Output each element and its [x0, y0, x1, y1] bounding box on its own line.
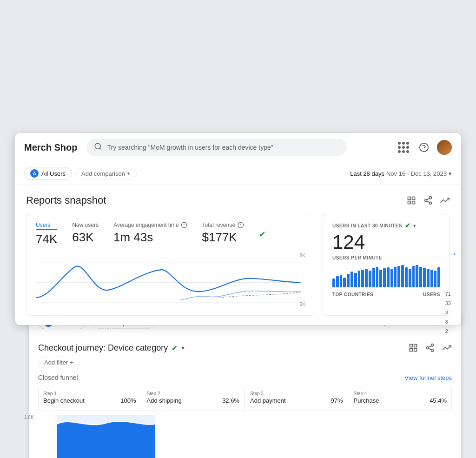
country-numbers-list: 71 33 3 3 2 — [445, 291, 451, 334]
customize-icon[interactable] — [406, 195, 416, 206]
funnel-step-2: Step 2 Add shipping 32.6% — [142, 387, 245, 411]
metric-users: Users 74K — [36, 222, 57, 246]
chart-svg — [36, 252, 305, 308]
search-bar[interactable]: Try searching "MoM growth in users for e… — [86, 139, 347, 156]
realtime-card: USERS IN LAST 30 MINUTES ✔ ▾ 124 USERS P… — [323, 214, 450, 316]
y-label-top: 1.6K — [24, 415, 34, 420]
metric-engagement: Average engagement time 1m 43s — [113, 222, 187, 246]
svg-line-10 — [100, 148, 101, 149]
funnel-bars-area — [57, 415, 452, 458]
date-range[interactable]: Last 28 days Nov 16 - Dec 13, 2023 ▾ — [350, 170, 452, 177]
mini-bar — [365, 269, 368, 287]
mini-bar — [347, 274, 350, 287]
grid-icon[interactable] — [396, 140, 411, 155]
mini-bar — [430, 270, 433, 287]
top-countries-row: TOP COUNTRIES USERS — [332, 292, 440, 297]
chevron-down-icon: ▾ — [449, 170, 452, 177]
mini-bar — [358, 271, 361, 287]
country-num-1: 71 — [445, 291, 451, 297]
filter-bar: A All Users Add comparison + Last 28 day… — [15, 162, 461, 185]
search-icon — [94, 142, 102, 153]
mini-bar — [405, 267, 408, 287]
checkout-title-text: Checkout journey: Device category — [38, 343, 168, 353]
checkout-actions — [408, 343, 452, 353]
mini-bar — [434, 271, 436, 287]
avatar[interactable] — [437, 140, 452, 155]
mini-bar — [369, 271, 371, 287]
mini-bar — [336, 276, 339, 287]
mini-bar — [332, 279, 335, 287]
mini-bar — [427, 269, 430, 287]
country-num-4: 3 — [445, 319, 451, 325]
svg-rect-3 — [414, 349, 417, 352]
all-users-chip[interactable]: A All Users — [24, 167, 72, 180]
mini-bar — [390, 269, 393, 287]
step-1-pct: 100% — [120, 397, 136, 404]
metric-new-users: New users 63K — [72, 222, 99, 246]
header-actions — [396, 140, 452, 155]
bar-chart-mini — [332, 264, 440, 287]
add-comparison-btn[interactable]: Add comparison + — [75, 168, 137, 179]
mini-bar — [340, 275, 343, 287]
realtime-check-icon: ✔ — [405, 222, 411, 229]
step-2-name: Add shipping — [147, 397, 182, 404]
chevron-down-icon-checkout[interactable]: ▾ — [181, 344, 185, 352]
section-actions — [406, 195, 450, 206]
svg-line-8 — [429, 345, 431, 347]
trend-icon-checkout[interactable] — [442, 343, 452, 353]
step-3-pct: 97% — [331, 397, 343, 404]
app-header: Merch Shop Try searching "MoM growth in … — [15, 133, 461, 162]
step-3-name: Add payment — [250, 397, 286, 404]
metric-revenue-value: $177K — [202, 230, 244, 245]
step-1-name-row: Begin checkout 100% — [43, 397, 136, 404]
country-num-2: 33 — [445, 300, 451, 306]
mini-bar — [416, 265, 418, 287]
step-2-pct: 32.6% — [222, 397, 239, 404]
add-comparison-label: Add comparison — [81, 170, 125, 177]
help-icon[interactable] — [416, 140, 431, 155]
metric-new-users-label[interactable]: New users — [72, 222, 99, 228]
svg-point-9 — [95, 143, 101, 149]
step-3-name-row: Add payment 97% — [250, 397, 343, 404]
customize-icon-checkout[interactable] — [408, 343, 418, 353]
funnel-chart-wrapper: 1.6K 800 0 — [38, 415, 452, 458]
view-funnel-link[interactable]: View funnel steps — [404, 374, 452, 381]
stats-area: Users 74K New users 63K Average engageme… — [26, 214, 450, 316]
svg-rect-1 — [414, 345, 417, 347]
mini-bar — [412, 266, 415, 287]
svg-point-4 — [431, 344, 434, 346]
y-label-8k: 8K — [300, 253, 305, 258]
svg-rect-13 — [408, 197, 411, 200]
grid-dots — [398, 142, 409, 153]
svg-point-17 — [430, 197, 432, 199]
mini-bar — [437, 267, 440, 287]
svg-line-7 — [429, 348, 431, 350]
svg-point-19 — [430, 202, 432, 204]
trend-icon[interactable] — [440, 195, 450, 206]
metric-engagement-value: 1m 43s — [113, 230, 187, 245]
date-label: Last 28 days — [350, 170, 384, 177]
checkout-journey-card: A All Users Add comparison + Last 28 day… — [29, 310, 461, 458]
chip-avatar: A — [30, 169, 39, 178]
section-title: Reports snapshot — [26, 194, 106, 206]
metric-users-label[interactable]: Users — [36, 222, 57, 230]
y-label-6k: 6K — [300, 302, 305, 307]
share-icon[interactable] — [423, 195, 433, 206]
mini-bar — [394, 267, 397, 287]
realtime-dropdown[interactable]: ▾ — [413, 223, 416, 228]
svg-rect-2 — [410, 349, 413, 352]
top-countries-label: TOP COUNTRIES — [332, 292, 373, 297]
share-icon-checkout[interactable] — [425, 343, 435, 353]
funnel-steps-header: Step 1 Begin checkout 100% Step 2 Add sh… — [38, 387, 452, 411]
add-filter-btn[interactable]: Add filter + — [38, 357, 79, 368]
plus-icon: + — [127, 170, 131, 177]
svg-point-5 — [427, 347, 429, 349]
step-1-label: Step 1 — [43, 391, 136, 396]
all-users-label: All Users — [41, 170, 66, 177]
mini-bar — [397, 266, 400, 287]
svg-point-18 — [425, 199, 427, 202]
metric-revenue-label: Total revenue — [202, 222, 244, 228]
app-title: Merch Shop — [24, 142, 77, 153]
svg-line-21 — [427, 198, 430, 199]
add-filter-label: Add filter — [44, 359, 68, 366]
